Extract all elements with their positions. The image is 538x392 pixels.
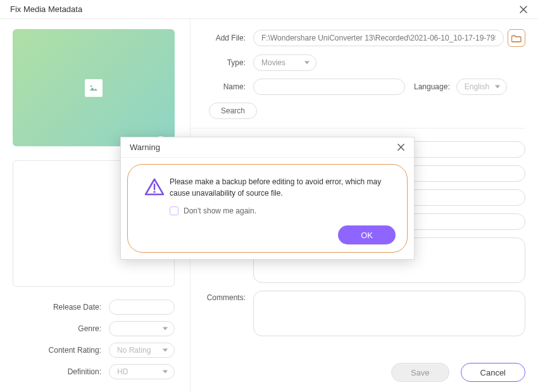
dialog-close-icon[interactable] [397,143,405,151]
browse-folder-button[interactable] [508,29,525,47]
folder-icon [511,34,522,42]
release-date-label: Release Date: [13,303,109,312]
media-thumbnail [13,29,175,146]
content-rating-select[interactable]: No Rating [109,343,175,358]
release-date-input[interactable] [109,300,175,315]
definition-label: Definition: [13,367,109,376]
type-select[interactable]: Movies [253,54,316,71]
dialog-message: Please make a backup before editing to a… [170,176,396,199]
addfile-label: Add File: [190,34,253,42]
genre-select[interactable] [109,321,175,336]
dialog-title: Warning [130,142,160,152]
save-button[interactable]: Save [391,363,449,382]
definition-select[interactable]: HD [109,364,175,379]
genre-label: Genre: [13,324,109,333]
dont-show-again-label: Don't show me again. [184,206,256,215]
addfile-input[interactable] [253,30,504,46]
checkbox-icon [170,206,178,215]
language-select[interactable]: English [456,79,507,95]
dialog-ok-button[interactable]: OK [338,225,396,244]
cancel-button[interactable]: Cancel [461,363,525,382]
titlebar: Fix Media Metadata [0,0,538,19]
image-placeholder-icon [85,79,103,97]
content-rating-label: Content Rating: [13,346,109,355]
comments-textarea[interactable] [253,291,525,336]
warning-dialog: Warning Please make a backup before edit… [120,137,415,260]
window-title: Fix Media Metadata [10,4,82,14]
warning-triangle-icon [139,176,170,199]
search-button[interactable]: Search [209,103,257,119]
close-icon[interactable] [519,5,528,14]
type-label: Type: [190,58,253,67]
language-label: Language: [414,82,450,91]
dont-show-again-checkbox[interactable]: Don't show me again. [170,206,396,215]
horizontal-divider [190,128,525,129]
name-input[interactable] [253,79,405,95]
svg-rect-0 [88,84,99,92]
svg-point-2 [91,85,92,87]
comments-label: Comments: [190,291,253,302]
svg-point-4 [153,191,155,193]
name-label: Name: [190,82,253,91]
